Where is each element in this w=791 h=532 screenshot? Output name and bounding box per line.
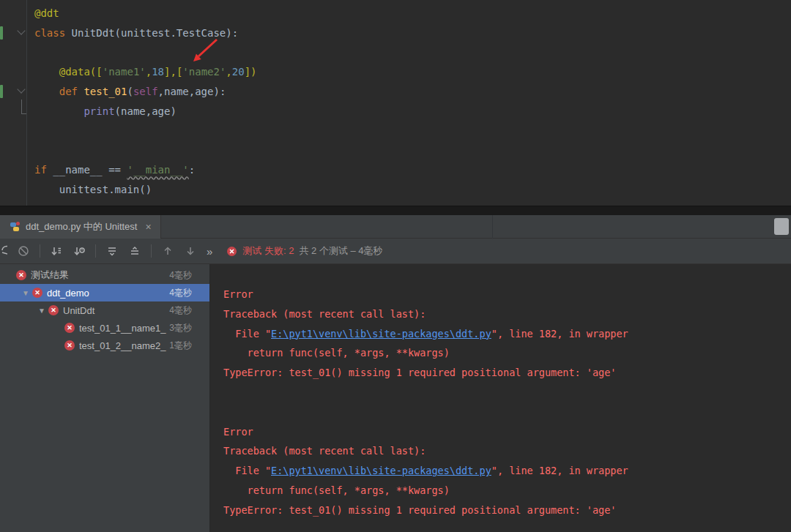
text-token: class bbox=[34, 27, 65, 39]
text-token bbox=[34, 105, 83, 117]
close-tab-icon[interactable]: × bbox=[145, 221, 151, 233]
test-tree-item-label: test_01_1__name1_ bbox=[79, 323, 169, 334]
ide-window: @ddtclass UnitDdt(unittest.TestCase): @d… bbox=[0, 0, 791, 532]
text-token: __name__ == bbox=[53, 164, 127, 176]
text-token: return func(self, *args, **kwargs) bbox=[223, 484, 450, 496]
text-token: ", line 182, in wrapper bbox=[491, 328, 628, 340]
editor-code: @ddtclass UnitDdt(unittest.TestCase): @d… bbox=[27, 0, 791, 206]
text-token: print bbox=[83, 105, 114, 117]
stop-icon[interactable] bbox=[17, 244, 30, 258]
text-token: : bbox=[189, 164, 195, 176]
console-line: Error bbox=[223, 285, 791, 304]
text-token: def bbox=[59, 86, 84, 97]
text-token: , bbox=[146, 66, 152, 78]
text-token: Traceback (most recent call last): bbox=[223, 445, 426, 457]
code-line: print(name,age) bbox=[34, 102, 791, 121]
test-tree-item[interactable]: ✕测试结果4毫秒 bbox=[0, 266, 209, 284]
next-failed-test-icon[interactable] bbox=[184, 244, 197, 258]
text-token: ( bbox=[127, 86, 133, 97]
text-token: TypeError: test_01() missing 1 required … bbox=[223, 504, 616, 516]
test-duration: 4毫秒 bbox=[169, 287, 209, 299]
text-token: Error bbox=[223, 426, 253, 438]
run-toolwindow-content: ✕测试结果4毫秒▼✕ddt_demo4毫秒▼✕UnitDdt4毫秒✕test_0… bbox=[0, 264, 791, 532]
console-line: Traceback (most recent call last): bbox=[223, 304, 791, 324]
code-line: def test_01(self,name,age): bbox=[34, 82, 791, 102]
panel-corner-button[interactable] bbox=[774, 218, 789, 235]
failed-test-icon: ✕ bbox=[64, 340, 75, 351]
rerun-tests-icon[interactable] bbox=[0, 244, 7, 258]
test-tree-item[interactable]: ▼✕ddt_demo4毫秒 bbox=[0, 284, 209, 301]
fold-chevron-icon[interactable] bbox=[17, 85, 25, 93]
code-line: class UnitDdt(unittest.TestCase): bbox=[34, 23, 791, 43]
stacktrace-file-link[interactable]: E:\pyt1\venv\lib\site-packages\ddt.py bbox=[271, 465, 491, 476]
sort-by-duration-icon[interactable] bbox=[73, 244, 86, 258]
test-tree-item-label: 测试结果 bbox=[31, 269, 169, 282]
text-token: File " bbox=[223, 465, 271, 476]
toolbar-separator bbox=[95, 244, 96, 258]
previous-failed-test-icon[interactable] bbox=[161, 244, 174, 258]
code-editor[interactable]: @ddtclass UnitDdt(unittest.TestCase): @d… bbox=[0, 0, 791, 206]
text-token: 'name2' bbox=[182, 66, 226, 78]
text-token: (name,age) bbox=[115, 105, 177, 117]
text-token: UnitDdt(unittest.TestCase): bbox=[65, 27, 238, 39]
console-line: return func(self, *args, **kwargs) bbox=[223, 481, 791, 501]
fold-chevron-icon[interactable] bbox=[17, 26, 25, 34]
test-tree-item-label: UnitDdt bbox=[63, 305, 169, 316]
editor-gutter bbox=[0, 0, 27, 206]
vcs-change-bar bbox=[0, 85, 3, 98]
test-tree: ✕测试结果4毫秒▼✕ddt_demo4毫秒▼✕UnitDdt4毫秒✕test_0… bbox=[0, 264, 210, 532]
console-line: return func(self, *args, **kwargs) bbox=[223, 343, 791, 363]
text-token bbox=[34, 66, 59, 78]
editor-toolwindow-splitter[interactable] bbox=[0, 206, 791, 215]
text-token: TypeError: test_01() missing 1 required … bbox=[223, 367, 616, 378]
failed-test-icon: ✕ bbox=[48, 305, 59, 315]
tab-unittest-run[interactable]: ddt_demo.py 中的 Unittest × bbox=[0, 215, 161, 239]
code-line: unittest.main() bbox=[34, 180, 791, 200]
console-line bbox=[223, 383, 791, 402]
unittest-run-config-icon bbox=[9, 221, 21, 233]
code-line bbox=[34, 141, 791, 161]
test-tree-item-label: test_01_2__name2_ bbox=[79, 340, 169, 351]
more-actions-icon[interactable]: » bbox=[207, 245, 212, 258]
console-line: TypeError: test_01() missing 1 required … bbox=[223, 501, 791, 520]
status-summary: 共 2 个测试 – 4毫秒 bbox=[299, 244, 382, 258]
test-console[interactable]: ErrorTraceback (most recent call last): … bbox=[210, 264, 791, 532]
text-token: ]) bbox=[245, 66, 257, 78]
vcs-change-bar bbox=[0, 26, 3, 40]
chevron-down-icon[interactable]: ▼ bbox=[19, 289, 32, 297]
text-token: File " bbox=[223, 328, 271, 340]
tab-title: ddt_demo.py 中的 Unittest bbox=[26, 220, 137, 233]
expand-all-icon[interactable] bbox=[105, 244, 119, 258]
toolbar-separator bbox=[40, 244, 40, 258]
test-tree-item[interactable]: ✕test_01_2__name2_1毫秒 bbox=[0, 337, 209, 354]
test-duration: 4毫秒 bbox=[169, 269, 209, 282]
code-line bbox=[34, 121, 791, 141]
text-token: if bbox=[34, 164, 53, 176]
toolbar-separator bbox=[151, 244, 152, 258]
text-token: ,name,age): bbox=[158, 86, 226, 97]
code-line: @ddt bbox=[34, 4, 791, 23]
console-line: File "E:\pyt1\venv\lib\site-packages\ddt… bbox=[223, 461, 791, 481]
stacktrace-file-link[interactable]: E:\pyt1\venv\lib\site-packages\ddt.py bbox=[271, 328, 491, 340]
code-line bbox=[34, 43, 791, 63]
text-token: return func(self, *args, **kwargs) bbox=[223, 347, 450, 359]
console-line: Traceback (most recent call last): bbox=[223, 441, 791, 461]
status-failed-count: 测试 失败: 2 bbox=[242, 244, 294, 258]
tabbar-separator bbox=[492, 215, 493, 239]
test-tree-item[interactable]: ▼✕UnitDdt4毫秒 bbox=[0, 301, 209, 319]
text-token: test_01 bbox=[83, 86, 127, 97]
collapse-all-icon[interactable] bbox=[128, 244, 141, 258]
fold-region-end bbox=[21, 100, 26, 114]
text-token: unittest.main() bbox=[34, 184, 152, 195]
text-token: @data([ bbox=[59, 66, 103, 78]
text-token: 'name1' bbox=[103, 66, 146, 78]
text-token: ],[ bbox=[164, 66, 182, 78]
sort-alphabetically-icon[interactable] bbox=[50, 244, 63, 258]
console-line bbox=[223, 402, 791, 422]
test-tree-item[interactable]: ✕test_01_1__name1_3毫秒 bbox=[0, 319, 209, 337]
text-token: 18 bbox=[152, 66, 164, 78]
text-token: self bbox=[133, 86, 158, 97]
text-token bbox=[34, 86, 59, 97]
test-tree-item-label: ddt_demo bbox=[47, 288, 169, 299]
chevron-down-icon[interactable]: ▼ bbox=[35, 307, 48, 315]
